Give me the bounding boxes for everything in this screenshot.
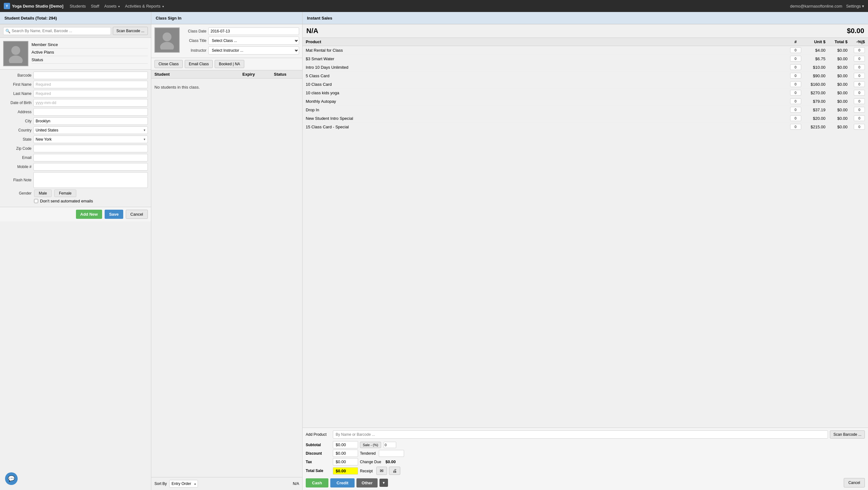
product-pct[interactable]	[847, 73, 865, 79]
nav-students[interactable]: Students	[70, 4, 86, 8]
pct-input[interactable]	[854, 107, 865, 113]
email-input[interactable]	[33, 154, 148, 161]
no-email-checkbox[interactable]	[34, 199, 38, 203]
student-info: Member Since Active Plans Status	[32, 41, 148, 64]
pct-input[interactable]	[854, 64, 865, 70]
settings-link[interactable]: Settings ▾	[846, 4, 864, 8]
class-date-input[interactable]	[208, 27, 299, 35]
pct-input[interactable]	[854, 115, 865, 121]
product-pct[interactable]	[847, 47, 865, 53]
product-pct[interactable]	[847, 124, 865, 130]
brand[interactable]: Y Yoga Demo Studio [Demo]	[4, 3, 63, 9]
product-qty[interactable]	[787, 64, 803, 70]
receipt-icons: ✉ 🖨	[376, 467, 400, 475]
state-select[interactable]: New York	[33, 135, 148, 143]
email-class-button[interactable]: Email Class	[185, 60, 213, 68]
discount-row: Discount $0.00 Tendered	[306, 450, 865, 457]
product-pct[interactable]	[847, 98, 865, 104]
city-input[interactable]	[33, 117, 148, 125]
product-qty[interactable]	[787, 56, 803, 61]
product-qty[interactable]	[787, 90, 803, 96]
address-label: Address	[3, 110, 32, 114]
sort-select[interactable]: Entry Order	[169, 480, 198, 488]
sale-pct-input[interactable]	[383, 442, 396, 448]
add-new-button[interactable]: Add New	[76, 210, 102, 219]
student-form: Barcode First Name Last Name Date of Bir…	[0, 70, 151, 207]
mobile-label: Mobile #	[3, 164, 32, 169]
pct-input[interactable]	[854, 90, 865, 96]
other-button[interactable]: Other	[356, 478, 378, 488]
product-qty[interactable]	[787, 47, 803, 53]
qty-input[interactable]	[790, 64, 801, 70]
qty-input[interactable]	[790, 56, 801, 61]
product-qty[interactable]	[787, 124, 803, 130]
class-title-select[interactable]: Select Class ...	[208, 37, 299, 45]
print-receipt-button[interactable]: 🖨	[389, 467, 400, 475]
qty-input[interactable]	[790, 47, 801, 53]
qty-input[interactable]	[790, 115, 801, 121]
nav-activities[interactable]: Activities & Reports ▾	[125, 4, 163, 8]
mobile-input[interactable]	[33, 163, 148, 171]
add-product-input[interactable]	[333, 430, 828, 438]
email-receipt-button[interactable]: ✉	[376, 467, 387, 475]
close-class-button[interactable]: Close Class	[154, 60, 183, 68]
instructor-select[interactable]: Select Instructor ...	[208, 47, 299, 55]
country-select-wrap: United States	[33, 126, 148, 134]
gender-male-button[interactable]: Male	[34, 189, 52, 197]
other-arrow-button[interactable]: ▼	[379, 479, 388, 487]
pct-input[interactable]	[854, 56, 865, 61]
save-button[interactable]: Save	[105, 210, 123, 219]
firstname-input[interactable]	[33, 81, 148, 88]
tendered-input[interactable]	[379, 450, 404, 457]
flash-note-textarea[interactable]	[33, 172, 148, 188]
nav-assets[interactable]: Assets ▾	[104, 4, 120, 8]
app-title: Yoga Demo Studio [Demo]	[12, 4, 63, 8]
pct-input[interactable]	[854, 47, 865, 53]
qty-input[interactable]	[790, 73, 801, 79]
barcode-input[interactable]	[33, 71, 148, 79]
search-input[interactable]	[12, 29, 109, 33]
sales-row: 10 class kids yoga $270.00 $0.00	[303, 89, 868, 97]
qty-input[interactable]	[790, 81, 801, 87]
country-select[interactable]: United States	[33, 126, 148, 134]
cancel-button[interactable]: Cancel	[126, 210, 148, 219]
product-pct[interactable]	[847, 56, 865, 61]
nav-staff[interactable]: Staff	[91, 4, 99, 8]
address-input[interactable]	[33, 108, 148, 116]
dob-input[interactable]	[33, 99, 148, 106]
product-pct[interactable]	[847, 107, 865, 113]
chat-bubble[interactable]: 💬	[5, 472, 18, 485]
product-qty[interactable]	[787, 115, 803, 121]
booked-button[interactable]: Booked | NA	[215, 60, 244, 68]
search-input-wrap[interactable]: 🔍	[3, 27, 111, 35]
col-total-header: Total $	[826, 39, 847, 44]
product-pct[interactable]	[847, 64, 865, 70]
sale-pct-button[interactable]: Sale - (%)	[360, 442, 381, 448]
totals-left: Subtotal $0.00 Sale - (%) Discount $0.00…	[306, 441, 865, 476]
pct-input[interactable]	[854, 98, 865, 104]
qty-input[interactable]	[790, 107, 801, 113]
product-qty[interactable]	[787, 98, 803, 104]
credit-button[interactable]: Credit	[330, 478, 355, 488]
qty-input[interactable]	[790, 98, 801, 104]
product-unit: $4.00	[803, 48, 826, 53]
pct-input[interactable]	[854, 124, 865, 130]
product-unit: $37.19	[803, 108, 826, 112]
scan-barcode-sales-button[interactable]: Scan Barcode ...	[830, 430, 865, 438]
product-pct[interactable]	[847, 90, 865, 96]
gender-female-button[interactable]: Female	[54, 189, 76, 197]
lastname-input[interactable]	[33, 90, 148, 97]
cancel-sale-button[interactable]: Cancel	[844, 478, 865, 488]
product-qty[interactable]	[787, 73, 803, 79]
zipcode-input[interactable]	[33, 145, 148, 152]
pct-input[interactable]	[854, 81, 865, 87]
scan-barcode-button[interactable]: Scan Barcode ...	[113, 27, 148, 35]
product-qty[interactable]	[787, 81, 803, 87]
product-pct[interactable]	[847, 115, 865, 121]
pct-input[interactable]	[854, 73, 865, 79]
product-qty[interactable]	[787, 107, 803, 113]
qty-input[interactable]	[790, 124, 801, 130]
cash-button[interactable]: Cash	[306, 478, 329, 488]
qty-input[interactable]	[790, 90, 801, 96]
product-pct[interactable]	[847, 81, 865, 87]
